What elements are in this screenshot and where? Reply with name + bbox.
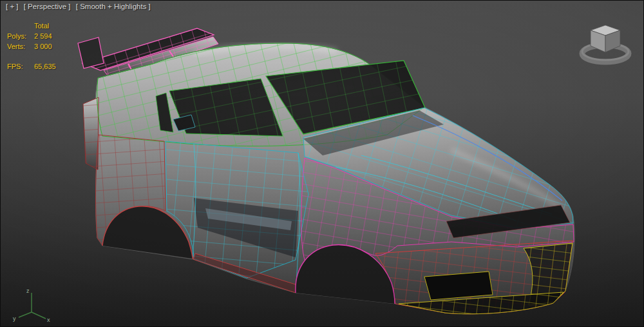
stats-total-row: Total [7,21,56,31]
car-rear-fascia[interactable] [83,97,99,170]
car-front-bumper[interactable] [375,241,573,314]
viewport-menu-shading[interactable]: [ Smooth + Highlights ] [76,3,151,10]
stats-verts-label: Verts: [7,41,34,52]
car-model[interactable] [1,1,644,327]
axis-z-label: z [26,288,30,294]
viewport-statistics: Total Polys: 2 594 Verts: 3 000 FPS: 65,… [7,21,56,72]
stats-verts-value: 3 000 [34,41,52,52]
3d-viewport[interactable]: [ + ] [ Perspective ] [ Smooth + Highlig… [0,0,644,327]
stats-polys-value: 2 594 [34,31,52,41]
viewport-label: [ + ] [ Perspective ] [ Smooth + Highlig… [6,3,154,10]
stats-fps-value: 65,635 [34,61,56,72]
world-axis-tripod-icon: z x y [11,285,52,322]
viewport-menu-general[interactable]: [ + ] [6,3,19,10]
stats-polys-label: Polys: [7,31,34,41]
stats-total-label: Total [34,21,49,31]
stats-verts-row: Verts: 3 000 [7,41,56,52]
axis-x-label: x [47,317,50,322]
viewport-menu-pov[interactable]: [ Perspective ] [24,3,71,10]
axis-y-label: y [13,315,16,322]
view-cube-icon[interactable] [579,15,632,68]
stats-polys-row: Polys: 2 594 [7,31,56,41]
stats-fps-label: FPS: [7,61,34,72]
stats-fps-row: FPS: 65,635 [7,61,56,72]
